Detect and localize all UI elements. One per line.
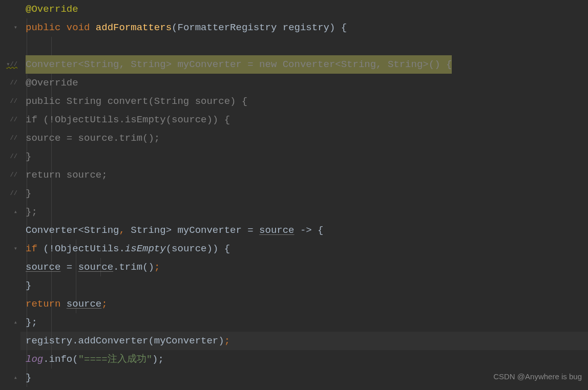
keyword-void: void: [67, 18, 90, 37]
commented-code-highlighted: Converter<String, String> myConverter = …: [26, 55, 452, 74]
watermark: CSDN @Anywhere is bug: [493, 367, 582, 386]
condition-end: (source)) {: [166, 240, 230, 258]
code-area[interactable]: @Override public void addFormatters(Form…: [20, 0, 588, 390]
code-line[interactable]: public String convert(String source) {: [26, 92, 588, 111]
keyword-return: return: [26, 295, 60, 313]
keyword-if: if: [26, 240, 37, 258]
code-line[interactable]: }: [26, 147, 588, 166]
condition: (!ObjectUtils.: [37, 240, 125, 258]
code-editor[interactable]: ▾ ▾// // // // // // // // ▴ ▾ ▴ ▴ @Over…: [0, 0, 588, 390]
method-call: .info(: [43, 350, 78, 369]
variable-assign: source: [26, 258, 60, 276]
type-declaration: Converter<String: [26, 221, 119, 240]
lambda-param: source: [259, 221, 294, 240]
fold-icon[interactable]: ▴: [14, 369, 17, 387]
comment-icon: //: [10, 184, 17, 203]
gutter-row: [0, 350, 17, 369]
gutter-row: [0, 276, 17, 295]
comment-icon: //: [10, 129, 17, 147]
method-call: .trim(): [113, 258, 154, 276]
gutter-row: [0, 37, 17, 55]
code-line[interactable]: source = source.trim();: [26, 129, 588, 147]
gutter-row: //: [0, 184, 17, 203]
comment-icon: //: [10, 92, 17, 111]
gutter-row: //: [0, 74, 17, 92]
fold-icon[interactable]: ▾: [14, 240, 17, 258]
gutter-row: //: [0, 111, 17, 129]
code-line[interactable]: return source;: [26, 295, 588, 313]
code-line[interactable]: registry.addConverter(myConverter);: [26, 332, 588, 350]
comment-icon: //: [10, 111, 17, 129]
variable-ref: source: [78, 258, 113, 276]
code-line[interactable]: };: [26, 203, 588, 221]
code-line[interactable]: return source;: [26, 166, 588, 184]
field-ref: log: [26, 350, 43, 369]
gutter-row: //: [0, 166, 17, 184]
variable-declaration: String> myConverter =: [125, 221, 259, 240]
commented-code: source = source.trim();: [26, 129, 160, 147]
comma: ,: [119, 221, 124, 240]
paren: (: [172, 18, 177, 37]
code-line[interactable]: @Override: [26, 74, 588, 92]
fold-icon[interactable]: ▴: [14, 203, 17, 221]
gutter-row: [0, 332, 17, 350]
code-line[interactable]: public void addFormatters(FormatterRegis…: [26, 18, 588, 37]
static-method: isEmpty: [125, 240, 166, 258]
gutter-row: [0, 295, 17, 313]
gutter-row[interactable]: ▴: [0, 369, 17, 387]
brace: {: [335, 18, 347, 37]
code-line[interactable]: if (!ObjectUtils.isEmpty(source)) {: [26, 240, 588, 258]
comment-icon: //: [10, 74, 17, 92]
code-line[interactable]: if (!ObjectUtils.isEmpty(source)) {: [26, 111, 588, 129]
fold-icon[interactable]: ▴: [14, 313, 17, 332]
semicolon: ;: [101, 295, 107, 313]
commented-code: };: [26, 203, 37, 221]
gutter-row: //: [0, 129, 17, 147]
gutter-row: [0, 258, 17, 276]
gutter-row[interactable]: ▴: [0, 313, 17, 332]
gutter-row[interactable]: ▾: [0, 18, 17, 37]
lambda-close: };: [26, 313, 37, 332]
equals: =: [60, 258, 78, 276]
paren: ): [329, 18, 335, 37]
commented-code: }: [26, 184, 31, 203]
brace-close: }: [26, 276, 31, 295]
code-line[interactable]: }: [26, 276, 588, 295]
gutter-row[interactable]: ▾//: [0, 55, 17, 74]
return-value: source: [67, 295, 101, 313]
code-line[interactable]: log.info("====注入成功");: [26, 350, 588, 369]
annotation: @Override: [26, 0, 78, 18]
semicolon: ;: [224, 332, 230, 350]
gutter-row: //: [0, 147, 17, 166]
parameter-type: FormatterRegistry: [177, 18, 277, 37]
method-name: addFormatters: [96, 18, 172, 37]
paren-close: );: [152, 350, 164, 369]
commented-code: if (!ObjectUtils.isEmpty(source)) {: [26, 111, 230, 129]
gutter-row[interactable]: ▾: [0, 240, 17, 258]
commented-code: }: [26, 147, 31, 166]
space: [60, 295, 66, 313]
code-line[interactable]: [26, 37, 588, 55]
parameter-name: registry: [277, 18, 329, 37]
semicolon: ;: [154, 258, 160, 276]
fold-icon[interactable]: ▾//: [6, 55, 17, 74]
commented-code: @Override: [26, 74, 78, 92]
code-line[interactable]: @Override: [26, 0, 588, 18]
code-line[interactable]: Converter<String, String> myConverter = …: [26, 55, 588, 74]
code-line[interactable]: };: [26, 313, 588, 332]
gutter-row: [0, 0, 17, 18]
comment-icon: //: [10, 166, 17, 184]
lambda-arrow: -> {: [295, 221, 324, 240]
gutter: ▾ ▾// // // // // // // // ▴ ▾ ▴ ▴: [0, 0, 20, 390]
string-literal: "====注入成功": [78, 350, 152, 369]
commented-code: public String convert(String source) {: [26, 92, 247, 111]
fold-icon[interactable]: ▾: [14, 18, 17, 37]
keyword-public: public: [26, 18, 60, 37]
code-line[interactable]: source = source.trim();: [26, 258, 588, 276]
code-line[interactable]: }: [26, 184, 588, 203]
method-close: }: [26, 369, 31, 387]
code-line[interactable]: Converter<String, String> myConverter = …: [26, 221, 588, 240]
comment-icon: //: [10, 147, 17, 166]
gutter-row[interactable]: ▴: [0, 203, 17, 221]
gutter-row: [0, 221, 17, 240]
